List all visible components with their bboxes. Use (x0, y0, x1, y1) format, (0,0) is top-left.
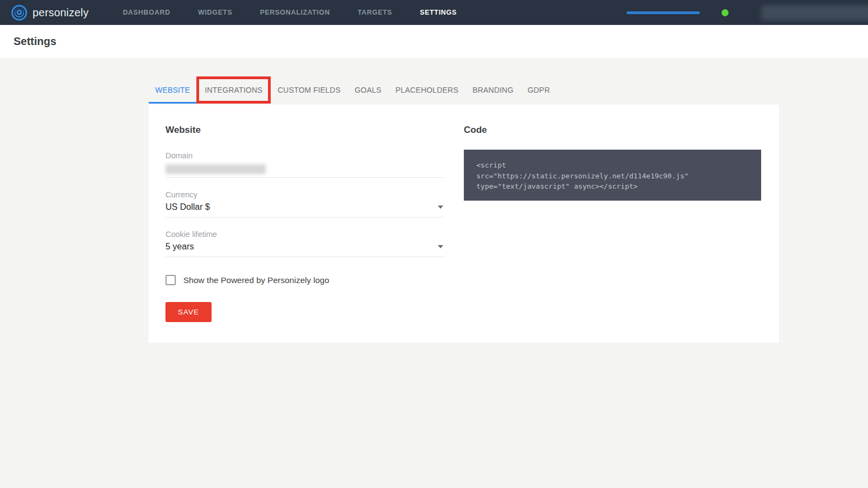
chevron-down-icon (438, 245, 443, 248)
tab-branding[interactable]: BRANDING (465, 76, 521, 104)
personizely-logo-icon (11, 4, 28, 21)
embed-code-snippet[interactable]: <script src="https://static.personizely.… (464, 150, 761, 201)
code-section-heading: Code (464, 125, 761, 136)
tab-integrations[interactable]: INTEGRATIONS (196, 76, 270, 104)
nav-item-targets[interactable]: TARGETS (358, 9, 392, 16)
cookie-select-underline (165, 256, 445, 257)
redacted-domain-value[interactable] (165, 164, 266, 174)
currency-select-underline (165, 217, 445, 217)
powered-by-logo-option[interactable]: Show the Powered by Personizely logo (165, 275, 445, 285)
page-header: Settings (0, 25, 868, 58)
website-settings-card: Website Domain Currency US Dollar $ Cook… (149, 105, 779, 343)
cookie-lifetime-field: Cookie lifetime 5 years (165, 230, 445, 257)
logo-wordmark: personizely (33, 7, 88, 19)
status-dot-icon (722, 9, 729, 16)
chevron-down-icon (438, 206, 443, 209)
currency-value: US Dollar $ (165, 202, 210, 212)
page-title: Settings (14, 35, 56, 48)
website-section-heading: Website (165, 125, 445, 136)
navbar-right-cluster (627, 0, 868, 25)
nav-item-settings[interactable]: SETTINGS (420, 9, 457, 16)
usage-progress-bar[interactable] (627, 11, 700, 14)
save-button[interactable]: SAVE (165, 302, 212, 322)
tab-website[interactable]: WEBSITE (149, 76, 196, 104)
powered-by-logo-label: Show the Powered by Personizely logo (183, 275, 329, 285)
main-nav: DASHBOARD WIDGETS PERSONALIZATION TARGET… (123, 9, 457, 16)
currency-select[interactable]: US Dollar $ (165, 202, 445, 217)
domain-label: Domain (165, 151, 445, 160)
nav-item-widgets[interactable]: WIDGETS (198, 9, 232, 16)
nav-item-personalization[interactable]: PERSONALIZATION (260, 9, 330, 16)
settings-page: personizely DASHBOARD WIDGETS PERSONALIZ… (0, 0, 868, 488)
currency-label: Currency (165, 190, 445, 199)
nav-item-dashboard[interactable]: DASHBOARD (123, 9, 170, 16)
cookie-lifetime-value: 5 years (165, 242, 194, 252)
code-section: Code <script src="https://static.personi… (464, 105, 761, 201)
domain-input-underline (165, 177, 445, 178)
domain-field: Domain (165, 151, 445, 178)
tab-gdpr[interactable]: GDPR (520, 76, 557, 104)
tab-placeholders[interactable]: PLACEHOLDERS (388, 76, 465, 104)
website-form: Website Domain Currency US Dollar $ Cook… (165, 105, 445, 322)
redacted-account-name[interactable] (761, 5, 868, 20)
settings-tabs: WEBSITE INTEGRATIONS CUSTOM FIELDS GOALS… (149, 76, 557, 104)
cookie-lifetime-label: Cookie lifetime (165, 230, 445, 239)
personizely-logo[interactable]: personizely (11, 4, 88, 21)
top-navbar: personizely DASHBOARD WIDGETS PERSONALIZ… (0, 0, 868, 25)
tab-custom-fields[interactable]: CUSTOM FIELDS (271, 76, 348, 104)
cookie-lifetime-select[interactable]: 5 years (165, 242, 445, 256)
tab-goals[interactable]: GOALS (348, 76, 388, 104)
powered-by-logo-checkbox[interactable] (165, 275, 176, 285)
currency-field: Currency US Dollar $ (165, 190, 445, 217)
